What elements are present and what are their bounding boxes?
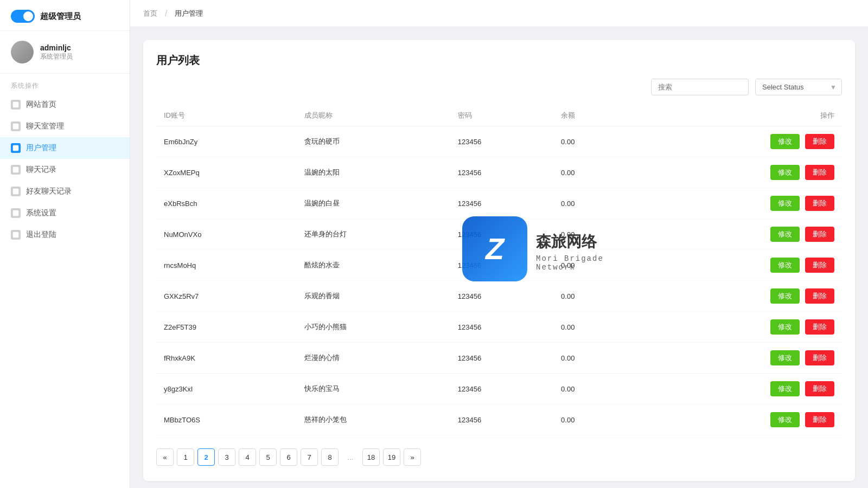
delete-button[interactable]: 删除 xyxy=(805,134,834,149)
nav-icon-chatroom xyxy=(11,121,21,131)
edit-button[interactable]: 修改 xyxy=(770,196,800,211)
delete-button[interactable]: 删除 xyxy=(805,288,834,304)
nav-icon-friend-log xyxy=(11,187,21,196)
col-nickname: 成员昵称 xyxy=(297,105,450,126)
sidebar-item-users[interactable]: 用户管理 xyxy=(0,137,130,159)
cell-password: 123456 xyxy=(450,312,553,343)
col-action: 操作 xyxy=(631,105,842,126)
edit-button[interactable]: 修改 xyxy=(770,258,800,273)
sidebar-item-chatroom[interactable]: 聊天室管理 xyxy=(0,115,130,137)
pagination-page-4[interactable]: 4 xyxy=(239,448,256,466)
nav-label-chat-log: 聊天记录 xyxy=(26,165,56,175)
cell-action: 修改 删除 xyxy=(631,157,842,188)
cell-action: 修改 删除 xyxy=(631,250,842,281)
pagination-page-8[interactable]: 8 xyxy=(321,448,339,466)
cell-id: GXKz5Rv7 xyxy=(156,281,297,312)
edit-button[interactable]: 修改 xyxy=(770,165,800,180)
cell-id: rncsMoHq xyxy=(156,250,297,281)
pagination-page-6[interactable]: 6 xyxy=(280,448,297,466)
delete-button[interactable]: 删除 xyxy=(805,227,834,242)
table-row: NuMOnVXo 还单身的台灯 123456 0.00 修改 删除 xyxy=(156,219,842,250)
svg-rect-1 xyxy=(13,124,19,130)
edit-button[interactable]: 修改 xyxy=(770,134,800,149)
edit-button[interactable]: 修改 xyxy=(770,381,800,396)
cell-id: y8gz3KxI xyxy=(156,374,297,404)
cell-password: 123456 xyxy=(450,343,553,374)
cell-id: fRhxkA9K xyxy=(156,343,297,374)
cell-balance: 0.00 xyxy=(553,404,631,435)
cell-action: 修改 删除 xyxy=(631,219,842,250)
brand-name: 超级管理员 xyxy=(40,11,81,22)
cell-nickname: 乐观的香烟 xyxy=(297,281,450,312)
pagination-prev[interactable]: « xyxy=(156,448,174,466)
sidebar-item-chat-log[interactable]: 聊天记录 xyxy=(0,159,130,181)
cell-balance: 0.00 xyxy=(553,343,631,374)
user-info: adminljc 系统管理员 xyxy=(0,31,130,74)
cell-action: 修改 删除 xyxy=(631,126,842,157)
main-card: 用户列表 Select Status 正常 禁用 ▼ xyxy=(143,40,855,481)
sidebar: 超级管理员 adminljc 系统管理员 系统操作 网站首页 聊天室管理 用户管… xyxy=(0,0,130,488)
pagination-page-5[interactable]: 5 xyxy=(259,448,277,466)
theme-toggle[interactable] xyxy=(11,10,35,23)
edit-button[interactable]: 修改 xyxy=(770,288,800,304)
topbar: 首页 / 用户管理 xyxy=(130,0,868,27)
pagination-page-7[interactable]: 7 xyxy=(301,448,318,466)
pagination-page-3[interactable]: 3 xyxy=(218,448,235,466)
nav-label-friend-log: 好友聊天记录 xyxy=(26,187,72,196)
breadcrumb-home[interactable]: 首页 xyxy=(143,9,157,18)
cell-balance: 0.00 xyxy=(553,157,631,188)
search-input[interactable] xyxy=(651,79,749,95)
edit-button[interactable]: 修改 xyxy=(770,319,800,335)
pagination-page-2[interactable]: 2 xyxy=(197,448,215,466)
username: adminljc xyxy=(40,43,73,52)
cell-nickname: 烂漫的心情 xyxy=(297,343,450,374)
sidebar-item-logout[interactable]: 退出登陆 xyxy=(0,224,130,246)
table-row: fRhxkA9K 烂漫的心情 123456 0.00 修改 删除 xyxy=(156,343,842,374)
delete-button[interactable]: 删除 xyxy=(805,165,834,180)
pagination-page-1[interactable]: 1 xyxy=(177,448,194,466)
edit-button[interactable]: 修改 xyxy=(770,350,800,365)
delete-button[interactable]: 删除 xyxy=(805,381,834,396)
sidebar-item-website[interactable]: 网站首页 xyxy=(0,94,130,115)
user-table: ID账号 成员昵称 密码 余额 操作 Em6bJnZy 贪玩的硬币 123456… xyxy=(156,105,842,435)
col-id: ID账号 xyxy=(156,105,297,126)
table-row: rncsMoHq 酷炫的水壶 123456 0.00 修改 删除 xyxy=(156,250,842,281)
table-row: XZoxMEPq 温婉的太阳 123456 0.00 修改 删除 xyxy=(156,157,842,188)
edit-button[interactable]: 修改 xyxy=(770,227,800,242)
delete-button[interactable]: 删除 xyxy=(805,196,834,211)
sidebar-header: 超级管理员 xyxy=(0,0,130,31)
cell-action: 修改 删除 xyxy=(631,374,842,404)
pagination-page-18[interactable]: 18 xyxy=(362,448,380,466)
cell-password: 123456 xyxy=(450,157,553,188)
delete-button[interactable]: 删除 xyxy=(805,412,834,427)
status-select[interactable]: Select Status 正常 禁用 xyxy=(755,79,842,95)
delete-button[interactable]: 删除 xyxy=(805,258,834,273)
sidebar-item-friend-log[interactable]: 好友聊天记录 xyxy=(0,181,130,202)
cell-balance: 0.00 xyxy=(553,281,631,312)
main: 首页 / 用户管理 用户列表 Select Status 正常 禁用 ▼ xyxy=(130,0,868,488)
cell-id: MBbzTO6S xyxy=(156,404,297,435)
nav-icon-users xyxy=(11,143,21,153)
delete-button[interactable]: 删除 xyxy=(805,350,834,365)
cell-password: 123456 xyxy=(450,374,553,404)
cell-balance: 0.00 xyxy=(553,219,631,250)
nav-icon-settings xyxy=(11,208,21,218)
cell-nickname: 慈祥的小笼包 xyxy=(297,404,450,435)
sidebar-item-settings[interactable]: 系统设置 xyxy=(0,202,130,224)
breadcrumb-current: 用户管理 xyxy=(175,9,203,18)
col-balance: 余额 xyxy=(553,105,631,126)
delete-button[interactable]: 删除 xyxy=(805,319,834,335)
cell-action: 修改 删除 xyxy=(631,343,842,374)
table-row: Em6bJnZy 贪玩的硬币 123456 0.00 修改 删除 xyxy=(156,126,842,157)
content-area: 用户列表 Select Status 正常 禁用 ▼ xyxy=(130,27,868,488)
pagination-next[interactable]: » xyxy=(404,448,421,466)
cell-id: Em6bJnZy xyxy=(156,126,297,157)
cell-balance: 0.00 xyxy=(553,374,631,404)
cell-id: NuMOnVXo xyxy=(156,219,297,250)
pagination-page-19[interactable]: 19 xyxy=(383,448,400,466)
svg-rect-2 xyxy=(13,145,19,151)
table-body: Em6bJnZy 贪玩的硬币 123456 0.00 修改 删除 XZoxMEP… xyxy=(156,126,842,435)
edit-button[interactable]: 修改 xyxy=(770,412,800,427)
filter-bar: Select Status 正常 禁用 ▼ xyxy=(156,79,842,95)
cell-password: 123456 xyxy=(450,281,553,312)
